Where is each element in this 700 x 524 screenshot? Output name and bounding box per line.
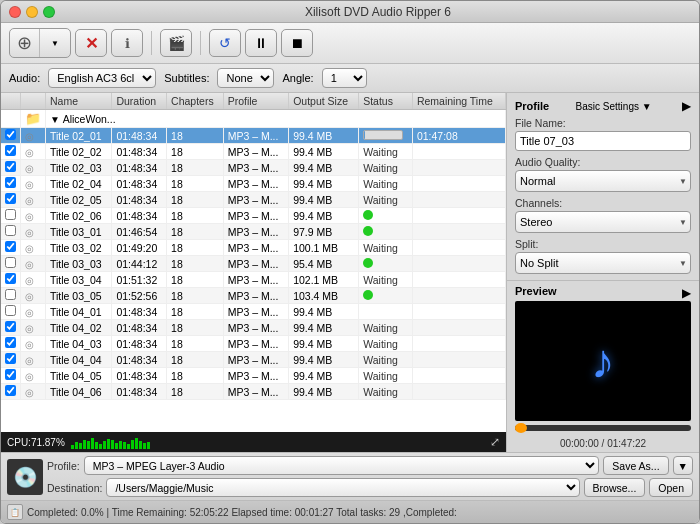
file-name-input[interactable]	[515, 131, 691, 151]
dvd-button[interactable]: 🎬	[160, 29, 192, 57]
table-row[interactable]: ◎Title 03_0201:49:2018MP3 – M...100.1 MB…	[1, 240, 506, 256]
audio-quality-select[interactable]: Normal	[515, 170, 691, 192]
cpu-graph	[71, 435, 150, 449]
row-checkbox[interactable]	[5, 385, 16, 396]
col-profile[interactable]: Profile	[223, 93, 289, 110]
table-row[interactable]: ◎Title 02_0501:48:3418MP3 – M...99.4 MBW…	[1, 192, 506, 208]
row-profile: MP3 – M...	[223, 336, 289, 352]
status-waiting: Waiting	[363, 178, 398, 190]
table-row[interactable]: ◎Title 03_0301:44:1218MP3 – M...95.4 MB	[1, 256, 506, 272]
browse-button[interactable]: Browse...	[584, 478, 646, 497]
row-chapters: 18	[167, 336, 224, 352]
table-row[interactable]: ◎Title 03_0401:51:3218MP3 – M...102.1 MB…	[1, 272, 506, 288]
row-checkbox[interactable]	[5, 145, 16, 156]
table-row[interactable]: ◎Title 04_0501:48:3418MP3 – M...99.4 MBW…	[1, 368, 506, 384]
row-checkbox[interactable]	[5, 161, 16, 172]
seek-thumb[interactable]	[515, 423, 527, 433]
table-row[interactable]: ◎Title 02_0201:48:3418MP3 – M...99.4 MBW…	[1, 144, 506, 160]
panel-expand-icon[interactable]: ▶	[682, 99, 691, 113]
maximize-button[interactable]	[43, 6, 55, 18]
save-as-dropdown[interactable]: ▼	[673, 456, 693, 475]
cpu-bar: CPU:71.87% ⤢	[1, 432, 506, 452]
col-size[interactable]: Output Size	[289, 93, 359, 110]
minimize-button[interactable]	[26, 6, 38, 18]
row-checkbox[interactable]	[5, 321, 16, 332]
row-checkbox[interactable]	[5, 225, 16, 236]
disc-icon: 💿	[7, 459, 43, 495]
left-panel: Name Duration Chapters Profile Output Si…	[1, 93, 507, 452]
col-chapters[interactable]: Chapters	[167, 93, 224, 110]
row-remaining: 01:47:08	[412, 128, 505, 144]
row-checkbox[interactable]	[5, 289, 16, 300]
profile-row: 💿 Profile: MP3 – MPEG Layer-3 Audio Save…	[1, 453, 699, 501]
table-row[interactable]: ◎Title 03_0101:46:5418MP3 – M...97.9 MB	[1, 224, 506, 240]
row-icon: ◎	[21, 208, 46, 224]
progress-bar	[363, 130, 403, 140]
col-remaining[interactable]: Remaining Time	[412, 93, 505, 110]
row-chapters: 18	[167, 320, 224, 336]
profile-fields: Profile: MP3 – MPEG Layer-3 Audio Save A…	[47, 456, 693, 497]
channels-select[interactable]: Stereo	[515, 211, 691, 233]
status-dot	[363, 226, 373, 236]
row-size: 99.4 MB	[289, 368, 359, 384]
row-profile: MP3 – M...	[223, 320, 289, 336]
row-checkbox[interactable]	[5, 241, 16, 252]
row-checkbox[interactable]	[5, 337, 16, 348]
profile-select[interactable]: MP3 – MPEG Layer-3 Audio	[84, 456, 600, 475]
expand-icon[interactable]: ⤢	[490, 435, 500, 449]
add-button[interactable]: ⊕	[10, 29, 40, 57]
table-row[interactable]: ◎Title 02_0101:48:3418MP3 – M...99.4 MB0…	[1, 128, 506, 144]
status-dot	[363, 210, 373, 220]
subtitles-select[interactable]: None	[217, 68, 274, 88]
basic-settings-btn[interactable]: Basic Settings ▼	[576, 101, 652, 112]
table-container[interactable]: Name Duration Chapters Profile Output Si…	[1, 93, 506, 432]
table-row[interactable]: ◎Title 04_0101:48:3418MP3 – M...99.4 MB	[1, 304, 506, 320]
destination-select[interactable]: /Users/Maggie/Music	[106, 478, 579, 497]
info-button[interactable]: ℹ	[111, 29, 143, 57]
row-checkbox[interactable]	[5, 193, 16, 204]
convert-button[interactable]: ↺	[209, 29, 241, 57]
row-duration: 01:48:34	[112, 336, 167, 352]
table-row[interactable]: ◎Title 04_0601:48:3418MP3 – M...99.4 MBW…	[1, 384, 506, 400]
table-row[interactable]: ◎Title 02_0601:48:3418MP3 – M...99.4 MB	[1, 208, 506, 224]
row-checkbox[interactable]	[5, 353, 16, 364]
stop-button[interactable]: ⏹	[281, 29, 313, 57]
row-checkbox[interactable]	[5, 257, 16, 268]
table-row[interactable]: ◎Title 04_0401:48:3418MP3 – M...99.4 MBW…	[1, 352, 506, 368]
seek-track[interactable]	[515, 425, 691, 431]
table-row[interactable]: ◎Title 04_0301:48:3418MP3 – M...99.4 MBW…	[1, 336, 506, 352]
col-name[interactable]: Name	[46, 93, 112, 110]
row-checkbox[interactable]	[5, 273, 16, 284]
row-checkbox[interactable]	[5, 305, 16, 316]
audio-select[interactable]: English AC3 6cl	[48, 68, 156, 88]
status-waiting: Waiting	[363, 338, 398, 350]
row-checkbox[interactable]	[5, 129, 16, 140]
row-checkbox[interactable]	[5, 369, 16, 380]
split-select[interactable]: No Split	[515, 252, 691, 274]
status-row: 📋 Completed: 0.0% | Time Remaining: 52:0…	[1, 501, 699, 523]
table-row[interactable]: 📁▼ AliceWon...	[1, 110, 506, 128]
seek-bar-container	[515, 425, 691, 431]
close-button[interactable]	[9, 6, 21, 18]
status-dot	[363, 258, 373, 268]
open-button[interactable]: Open	[649, 478, 693, 497]
table-row[interactable]: ◎Title 04_0201:48:3418MP3 – M...99.4 MBW…	[1, 320, 506, 336]
row-checkbox[interactable]	[5, 209, 16, 220]
status-waiting: Waiting	[363, 162, 398, 174]
row-checkbox[interactable]	[5, 177, 16, 188]
col-duration[interactable]: Duration	[112, 93, 167, 110]
table-row[interactable]: ◎Title 02_0301:48:3418MP3 – M...99.4 MBW…	[1, 160, 506, 176]
remove-button[interactable]: ✕	[75, 29, 107, 57]
add-dropdown-arrow[interactable]: ▼	[40, 29, 70, 57]
save-as-button[interactable]: Save As...	[603, 456, 668, 475]
table-row[interactable]: ◎Title 02_0401:48:3418MP3 – M...99.4 MBW…	[1, 176, 506, 192]
row-profile: MP3 – M...	[223, 384, 289, 400]
table-row[interactable]: ◎Title 03_0501:52:5618MP3 – M...103.4 MB	[1, 288, 506, 304]
preview-expand-icon[interactable]: ▶	[682, 286, 691, 300]
row-duration: 01:48:34	[112, 304, 167, 320]
angle-select[interactable]: 1	[322, 68, 367, 88]
cpu-bar-segment	[135, 438, 138, 449]
col-status[interactable]: Status	[359, 93, 413, 110]
row-chapters: 18	[167, 384, 224, 400]
pause-button[interactable]: ⏸	[245, 29, 277, 57]
